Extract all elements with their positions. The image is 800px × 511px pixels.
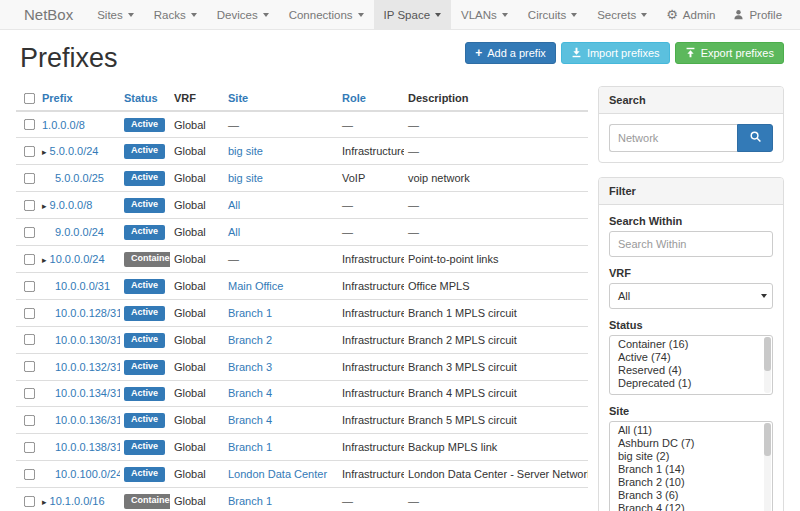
status-badge: Active — [124, 387, 165, 402]
nav-item-logout[interactable]: Log out — [791, 0, 800, 29]
nav-item-devices[interactable]: Devices — [207, 0, 279, 29]
prefix-link[interactable]: 9.0.0.0/24 — [55, 226, 104, 238]
listbox-option[interactable]: Branch 3 (6) — [610, 489, 772, 502]
row-checkbox[interactable] — [24, 442, 35, 453]
site-link[interactable]: All — [228, 226, 240, 238]
listbox-option[interactable]: Container (16) — [610, 338, 772, 351]
prefix-link[interactable]: 10.0.0.0/24 — [50, 253, 105, 265]
description-value: Backup MPLS link — [408, 441, 497, 453]
site-link[interactable]: Branch 4 — [228, 387, 272, 399]
description-value: — — [408, 145, 419, 157]
column-header-role[interactable]: Role — [338, 86, 404, 111]
nav-item-connections[interactable]: Connections — [279, 0, 374, 29]
row-checkbox[interactable] — [24, 200, 35, 211]
row-checkbox[interactable] — [24, 415, 35, 426]
row-checkbox[interactable] — [24, 254, 35, 265]
status-listbox[interactable]: Container (16)Active (74)Reserved (4)Dep… — [609, 335, 773, 395]
nav-item-ip-space[interactable]: IP Space — [374, 0, 451, 29]
description-value: voip network — [408, 172, 470, 184]
row-checkbox[interactable] — [24, 496, 35, 507]
listbox-option[interactable]: Branch 2 (10) — [610, 476, 772, 489]
row-checkbox[interactable] — [24, 227, 35, 238]
select-all-checkbox[interactable] — [24, 93, 35, 104]
nav-item-vlans[interactable]: VLANs — [451, 0, 518, 29]
row-checkbox[interactable] — [24, 361, 35, 372]
nav-item-secrets[interactable]: Secrets — [587, 0, 657, 29]
table-row: ▸9.0.0.0/8ActiveGlobalAll—— — [16, 192, 588, 219]
site-link[interactable]: big site — [228, 145, 263, 157]
prefix-link[interactable]: 10.0.0.130/31 — [55, 334, 120, 346]
table-row: 9.0.0.0/24ActiveGlobalAll—— — [16, 219, 588, 246]
row-checkbox[interactable] — [24, 469, 35, 480]
nav-item-sites[interactable]: Sites — [87, 0, 144, 29]
vrf-select[interactable]: All — [609, 283, 773, 309]
description-value: Office MPLS — [408, 280, 470, 292]
search-button[interactable] — [737, 124, 773, 152]
prefix-link[interactable]: 10.0.0.132/31 — [55, 361, 120, 373]
row-checkbox[interactable] — [24, 146, 35, 157]
nav-item-profile[interactable]: Profile — [724, 0, 791, 29]
site-link[interactable]: Branch 1 — [228, 307, 272, 319]
site-link[interactable]: Branch 4 — [228, 414, 272, 426]
listbox-option[interactable]: big site (2) — [610, 450, 772, 463]
listbox-option[interactable]: Ashburn DC (7) — [610, 437, 772, 450]
row-checkbox[interactable] — [24, 334, 35, 345]
row-checkbox[interactable] — [24, 119, 35, 130]
row-checkbox[interactable] — [24, 308, 35, 319]
nav-menu: SitesRacksDevicesConnectionsIP SpaceVLAN… — [87, 0, 657, 29]
listbox-option[interactable]: All (11) — [610, 424, 772, 437]
site-link[interactable]: Branch 1 — [228, 441, 272, 453]
column-header-status[interactable]: Status — [120, 86, 170, 111]
prefix-link[interactable]: 10.0.0.128/31 — [55, 307, 120, 319]
prefix-link[interactable]: 10.0.100.0/24 — [55, 468, 120, 480]
column-header-prefix[interactable]: Prefix — [38, 86, 120, 111]
import-prefixes-button[interactable]: Import prefixes — [561, 42, 670, 64]
role-value: — — [342, 226, 353, 238]
prefix-link[interactable]: 1.0.0.0/8 — [42, 119, 85, 131]
prefix-link[interactable]: 10.0.0.134/31 — [55, 387, 120, 399]
user-icon — [733, 9, 744, 20]
table-row: 10.0.0.132/31ActiveGlobalBranch 3Infrast… — [16, 353, 588, 380]
prefix-link[interactable]: 5.0.0.0/24 — [50, 145, 99, 157]
site-link[interactable]: Branch 2 — [228, 334, 272, 346]
listbox-option[interactable]: Reserved (4) — [610, 364, 772, 377]
listbox-option[interactable]: Branch 1 (14) — [610, 463, 772, 476]
search-icon — [749, 130, 762, 146]
add-prefix-button[interactable]: + Add a prefix — [465, 42, 556, 64]
site-link[interactable]: big site — [228, 172, 263, 184]
listbox-option[interactable]: Active (74) — [610, 351, 772, 364]
prefix-link[interactable]: 10.0.0.0/31 — [55, 280, 110, 292]
site-link[interactable]: Branch 1 — [228, 495, 272, 507]
netbox-app: NetBox SitesRacksDevicesConnectionsIP Sp… — [0, 0, 800, 511]
site-link[interactable]: Main Office — [228, 280, 283, 292]
site-listbox[interactable]: All (11)Ashburn DC (7)big site (2)Branch… — [609, 421, 773, 511]
nav-item-circuits[interactable]: Circuits — [518, 0, 587, 29]
prefix-link[interactable]: 10.0.0.138/31 — [55, 441, 120, 453]
prefix-link[interactable]: 9.0.0.0/8 — [50, 199, 93, 211]
column-header-site[interactable]: Site — [224, 86, 338, 111]
prefix-link[interactable]: 10.1.0.0/16 — [50, 495, 105, 507]
site-link[interactable]: Branch 3 — [228, 361, 272, 373]
chevron-down-icon — [502, 13, 508, 17]
listbox-option[interactable]: Deprecated (1) — [610, 377, 772, 390]
prefix-link[interactable]: 10.0.0.136/31 — [55, 414, 120, 426]
row-checkbox[interactable] — [24, 281, 35, 292]
search-input[interactable] — [609, 124, 737, 152]
export-prefixes-button[interactable]: Export prefixes — [675, 42, 784, 64]
scrollbar[interactable] — [764, 423, 771, 511]
scrollbar[interactable] — [764, 337, 771, 393]
table-row: 1.0.0.0/8ActiveGlobal——— — [16, 111, 588, 138]
role-value: Infrastructure — [342, 253, 404, 265]
site-link[interactable]: All — [228, 199, 240, 211]
table-row: ▸10.0.0.0/24ContainerGlobal—Infrastructu… — [16, 246, 588, 273]
listbox-option[interactable]: Branch 4 (12) — [610, 502, 772, 511]
site-link[interactable]: London Data Center — [228, 468, 327, 480]
brand-link[interactable]: NetBox — [24, 0, 73, 29]
search-within-input[interactable] — [609, 231, 773, 257]
vrf-value: Global — [174, 495, 206, 507]
nav-item-racks[interactable]: Racks — [144, 0, 207, 29]
row-checkbox[interactable] — [24, 173, 35, 184]
nav-item-admin[interactable]: ⚙ Admin — [657, 0, 724, 29]
row-checkbox[interactable] — [24, 388, 35, 399]
prefix-link[interactable]: 5.0.0.0/25 — [55, 172, 104, 184]
